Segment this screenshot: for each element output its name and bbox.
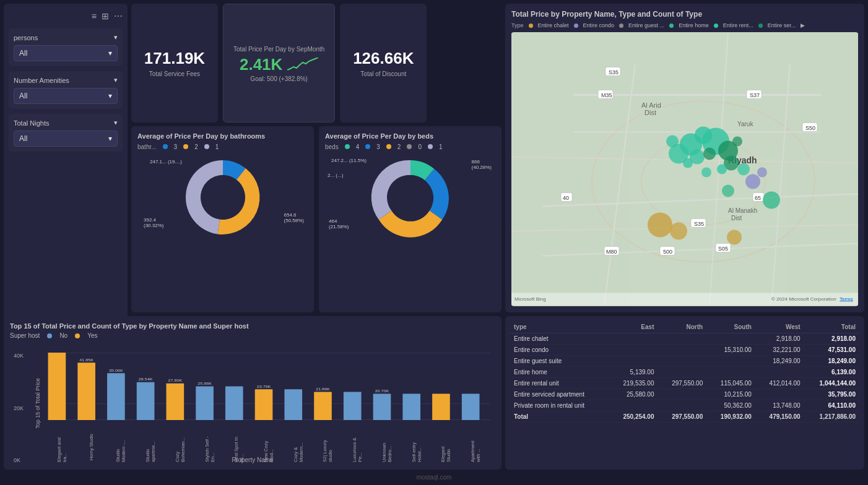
row-total: 18,249.00: [804, 356, 859, 367]
svg-text:27.80K: 27.80K: [168, 379, 183, 382]
row-total: 6,139.00: [804, 367, 859, 378]
row-west: 13,748.00: [755, 400, 804, 411]
svg-point-1: [388, 175, 433, 220]
table-row: Entire home 5,139.00 6,139.00: [510, 367, 859, 378]
row-west: 412,014.00: [755, 378, 804, 389]
map-panel: Total Price by Property Name, Type and C…: [505, 4, 864, 312]
nights-filter-label[interactable]: Total Nights ▾: [14, 119, 118, 127]
map-service-label: Entire ser...: [768, 22, 796, 28]
svg-text:500: 500: [663, 249, 672, 255]
map-rent-label: Entire rent...: [723, 22, 753, 28]
donut-beds-panel: Average of Price Per Day by beds beds 4 …: [319, 126, 501, 313]
row-south: [706, 333, 755, 345]
svg-rect-77: [225, 387, 243, 421]
more-icon[interactable]: ⋯: [114, 11, 123, 21]
svg-text:35.06K: 35.06K: [109, 369, 124, 372]
row-north: [658, 389, 706, 400]
row-south: 15,310.00: [706, 345, 755, 356]
amenities-filter-label[interactable]: Number Amenities ▾: [14, 76, 118, 84]
map-home-dot: [669, 24, 674, 28]
row-type: Entire home: [510, 367, 609, 378]
layout-icon[interactable]: ⊞: [102, 11, 109, 21]
row-east-total: 250,254.00: [609, 411, 658, 423]
row-south: 10,215.00: [706, 389, 755, 400]
yes-label: Yes: [87, 332, 97, 339]
persons-filter-label[interactable]: persons ▾: [14, 33, 118, 41]
svg-text:Yaruk: Yaruk: [737, 121, 753, 127]
row-total: 47,531.00: [804, 345, 859, 356]
kpi-service-fees-label: Total Service Fees: [149, 71, 200, 77]
charts-area: Average of Price Per Day by bathrooms ba…: [131, 126, 501, 313]
donut-bathrooms-title: Average of Price Per Day by bathrooms: [137, 132, 308, 140]
svg-rect-78: [255, 389, 273, 420]
row-total: 2,918.00: [804, 333, 859, 345]
svg-point-47: [683, 158, 693, 168]
super-host-label: Super host: [10, 332, 40, 339]
donut-beds-chart: [361, 148, 460, 247]
row-north: [658, 333, 706, 345]
row-type: Entire guest suite: [510, 356, 609, 367]
row-south: 50,362.00: [706, 400, 755, 411]
donut-bathrooms-chart: [173, 148, 272, 247]
row-west: 2,918.00: [755, 333, 804, 345]
svg-point-60: [722, 185, 734, 197]
row-east: [609, 345, 658, 356]
table-row: Entire condo 15,310.00 32,221.00 47,531.…: [510, 345, 859, 356]
kpi-service-fees-value: 171.19K: [144, 49, 205, 68]
nights-select[interactable]: All ▾: [14, 131, 118, 147]
beds-4-dot: [345, 144, 350, 149]
svg-point-49: [717, 165, 727, 174]
svg-text:40: 40: [563, 195, 569, 201]
bath-3-dot: [163, 144, 168, 149]
svg-text:65: 65: [755, 195, 761, 201]
toolbar-icons: ≡ ⊞ ⋯: [9, 9, 123, 24]
kpi-ppd-header: Total Price Per Day by SepMonth: [233, 46, 324, 53]
row-north-total: 297,550.00: [658, 411, 706, 423]
kpi-service-fees: 171.19K Total Service Fees: [131, 4, 218, 122]
beds-4-label: 4: [356, 144, 360, 150]
row-south-total: 190,932.00: [706, 411, 755, 423]
table-total-row: Total 250,254.00 297,550.00 190,932.00 4…: [510, 411, 859, 423]
col-south: South: [706, 321, 755, 333]
amenities-filter: Number Amenities ▾ All ▾: [9, 71, 123, 109]
map-more-icon[interactable]: ▶: [801, 22, 805, 28]
svg-point-55: [670, 223, 687, 240]
svg-rect-65: [48, 353, 66, 420]
row-north: [658, 367, 706, 378]
row-west-total: 479,150.00: [755, 411, 804, 423]
donut-bathrooms-panel: Average of Price Per Day by bathrooms ba…: [131, 126, 314, 313]
filter-icon[interactable]: ≡: [92, 11, 97, 21]
svg-text:25.88K: 25.88K: [197, 382, 212, 385]
kpi-ppd-value: 2.41K: [240, 55, 282, 74]
svg-text:28.54K: 28.54K: [139, 377, 154, 381]
beds-legend-label: beds: [325, 144, 339, 150]
chevron-icon: ▾: [114, 76, 118, 84]
kpi-ppd-goal: Goal: 500 (+382.8%): [250, 75, 308, 82]
kpi-discount-value: 126.66K: [353, 49, 414, 68]
no-dot: [47, 333, 52, 338]
row-type-total: Total: [510, 411, 609, 423]
row-total: 1,044,144.00: [804, 378, 859, 389]
watermark: mostaql.com: [4, 473, 864, 481]
kpi-price-per-day: Total Price Per Day by SepMonth 2.41K Go…: [223, 4, 335, 122]
row-type: Entire rental unit: [510, 378, 609, 389]
bath-label-1: 247.1... (19....): [150, 159, 182, 165]
svg-text:S05: S05: [718, 246, 728, 252]
row-north: [658, 356, 706, 367]
chevron-icon: ▾: [114, 33, 118, 41]
row-south: 115,045.00: [706, 378, 755, 389]
chevron-icon: ▾: [114, 119, 118, 127]
persons-select[interactable]: All ▾: [14, 45, 118, 61]
no-label: No: [59, 332, 67, 339]
kpi-area: 171.19K Total Service Fees Total Price P…: [131, 4, 501, 122]
svg-rect-73: [167, 384, 184, 420]
svg-rect-87: [432, 394, 450, 420]
beds-label-4: 464(21.58%): [329, 218, 349, 230]
amenities-select[interactable]: All ▾: [14, 88, 118, 104]
svg-text:Microsoft Bing: Microsoft Bing: [514, 296, 546, 302]
row-north: [658, 345, 706, 356]
row-north: 297,550.00: [658, 378, 706, 389]
bath-label-3: 654.6(50.58%): [284, 212, 304, 223]
row-south: [706, 367, 755, 378]
col-north: North: [658, 321, 706, 333]
